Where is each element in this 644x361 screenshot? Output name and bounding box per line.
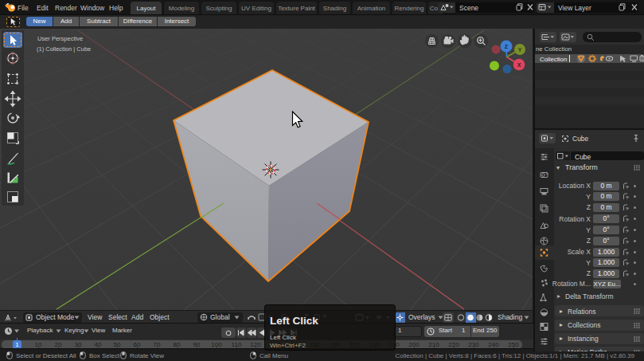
svg-text:Z: Z [505,44,509,49]
svg-text:X: X [517,62,521,68]
svg-text:Y: Y [518,47,522,53]
